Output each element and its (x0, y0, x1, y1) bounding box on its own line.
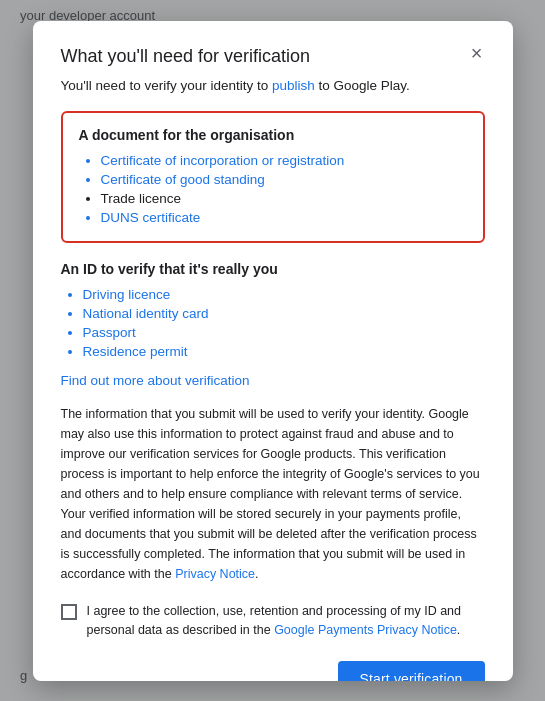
modal-header: What you'll need for verification × (61, 45, 485, 68)
org-section-title: A document for the organisation (79, 127, 467, 143)
list-item: Driving licence (83, 287, 485, 302)
list-item: Certificate of incorporation or registra… (101, 153, 467, 168)
modal-subtitle: You'll need to verify your identity to p… (61, 78, 485, 93)
id-doc-list: Driving licence National identity card P… (61, 287, 485, 359)
payments-privacy-link[interactable]: Google Payments Privacy Notice (274, 623, 457, 637)
start-verification-button[interactable]: Start verification (338, 661, 485, 680)
find-out-link[interactable]: Find out more about verification (61, 373, 485, 388)
publish-link[interactable]: publish (272, 78, 315, 93)
modal-title: What you'll need for verification (61, 45, 311, 68)
list-item: Certificate of good standing (101, 172, 467, 187)
privacy-notice-link[interactable]: Privacy Notice (175, 567, 255, 581)
close-button[interactable]: × (469, 43, 485, 63)
agree-row: I agree to the collection, use, retentio… (61, 602, 485, 640)
agree-checkbox[interactable] (61, 604, 77, 620)
id-section-title: An ID to verify that it's really you (61, 261, 485, 277)
org-document-section: A document for the organisation Certific… (61, 111, 485, 243)
org-doc-list: Certificate of incorporation or registra… (79, 153, 467, 225)
list-item: National identity card (83, 306, 485, 321)
privacy-text: The information that you submit will be … (61, 404, 485, 584)
footer-row: Start verification (61, 661, 485, 680)
list-item: Residence permit (83, 344, 485, 359)
list-item: Trade licence (101, 191, 467, 206)
verification-modal: What you'll need for verification × You'… (33, 21, 513, 681)
list-item: Passport (83, 325, 485, 340)
list-item: DUNS certificate (101, 210, 467, 225)
agree-label: I agree to the collection, use, retentio… (87, 602, 485, 640)
id-section: An ID to verify that it's really you Dri… (61, 261, 485, 359)
